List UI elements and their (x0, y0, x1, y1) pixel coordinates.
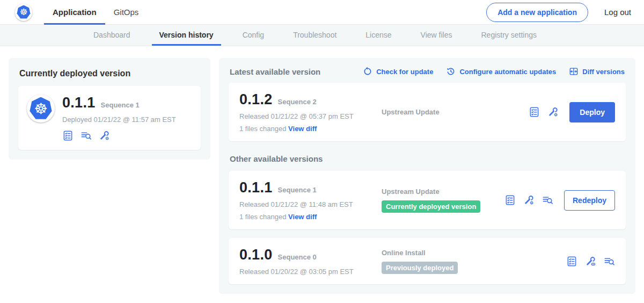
view-diff-link[interactable]: View diff (288, 213, 317, 221)
auto-update-clock-icon (446, 67, 456, 76)
diff-versions-link[interactable]: Diff versions (569, 67, 625, 76)
top-tabs: Application GitOps (44, 0, 147, 25)
release-notes-icon[interactable] (529, 106, 540, 118)
deployed-version-card: ☸ 0.1.1 Sequence 1 Deployed 01/21/22 @ 1… (18, 86, 201, 150)
app-subnav: Dashboard Version history Config Trouble… (0, 25, 644, 46)
view-diff-link[interactable]: View diff (288, 125, 317, 133)
configure-automatic-updates-link[interactable]: Configure automatic updates (446, 67, 556, 76)
currently-deployed-panel: Currently deployed version ☸ 0.1.1 Seque… (9, 58, 210, 160)
version-source-label: Upstream Update (382, 108, 529, 116)
diff-versions-icon (569, 67, 579, 76)
tab-registry-settings[interactable]: Registry settings (473, 25, 544, 46)
previously-deployed-badge: Previously deployed (382, 262, 458, 274)
check-for-update-label: Check for update (376, 68, 433, 76)
released-timestamp: Released 01/21/22 @ 11:48 am EST (239, 200, 376, 208)
preflight-checks-icon[interactable] (604, 256, 615, 267)
deployed-version-number: 0.1.1 (62, 95, 96, 111)
files-changed-label: 1 files changed (239, 125, 286, 133)
files-changed-label: 1 files changed (239, 213, 286, 221)
deploy-button[interactable]: Deploy (569, 102, 615, 122)
sequence-label: Sequence 0 (278, 253, 317, 261)
edit-config-icon[interactable] (547, 106, 559, 118)
tab-application[interactable]: Application (44, 0, 105, 25)
version-card-0-1-2: 0.1.2 Sequence 2 Released 01/21/22 @ 05:… (229, 83, 626, 141)
release-notes-icon[interactable] (62, 130, 74, 141)
deployed-timestamp: Deployed 01/21/22 @ 11:57 am EST (62, 116, 176, 124)
tab-license[interactable]: License (358, 25, 399, 46)
tab-dashboard[interactable]: Dashboard (86, 25, 138, 46)
diff-versions-label: Diff versions (582, 68, 625, 76)
currently-deployed-title: Currently deployed version (19, 69, 201, 78)
preflight-checks-icon[interactable] (80, 130, 92, 141)
latest-available-heading: Latest available version (230, 67, 320, 76)
configure-automatic-updates-label: Configure automatic updates (459, 68, 556, 76)
version-source-label: Online Install (382, 249, 566, 257)
currently-deployed-badge: Currently deployed version (382, 200, 480, 213)
sequence-label: Sequence 2 (278, 98, 317, 106)
version-number: 0.1.0 (239, 247, 273, 263)
view-config-icon[interactable] (585, 256, 596, 267)
redeploy-button[interactable]: Redeploy (564, 190, 615, 211)
edit-config-icon[interactable] (99, 130, 110, 141)
version-card-0-1-0: 0.1.0 Sequence 0 Released 01/20/22 @ 03:… (229, 238, 626, 284)
add-new-application-button[interactable]: Add a new application (486, 3, 588, 22)
preflight-checks-icon[interactable] (542, 194, 553, 206)
main-content: Currently deployed version ☸ 0.1.1 Seque… (0, 46, 644, 303)
kubernetes-helm-icon: ☸ (30, 97, 53, 120)
tab-gitops[interactable]: GitOps (105, 0, 148, 25)
released-timestamp: Released 01/21/22 @ 05:37 pm EST (239, 112, 376, 120)
release-notes-icon[interactable] (566, 256, 577, 267)
top-navbar: ☸ Application GitOps Add a new applicati… (0, 0, 644, 25)
check-for-update-link[interactable]: Check for update (363, 67, 433, 76)
edit-config-icon[interactable] (523, 194, 535, 206)
tab-version-history[interactable]: Version history (152, 25, 221, 46)
kubernetes-logo: ☸ (15, 4, 32, 21)
deployed-sequence-label: Sequence 1 (101, 101, 140, 109)
release-notes-icon[interactable] (504, 194, 516, 206)
tab-troubleshoot[interactable]: Troubleshoot (286, 25, 344, 46)
sequence-label: Sequence 1 (278, 186, 317, 194)
tab-view-files[interactable]: View files (413, 25, 460, 46)
version-source-label: Upstream Update (382, 187, 504, 196)
refresh-icon (363, 67, 372, 76)
logout-button[interactable]: Log out (604, 8, 631, 17)
tab-config[interactable]: Config (235, 25, 272, 46)
version-number: 0.1.2 (239, 91, 273, 108)
version-card-0-1-1: 0.1.1 Sequence 1 Released 01/21/22 @ 11:… (229, 171, 626, 229)
other-available-heading: Other available versions (230, 154, 625, 163)
released-timestamp: Released 01/20/22 @ 03:05 pm EST (239, 268, 376, 276)
version-number: 0.1.1 (239, 179, 273, 196)
app-logo: ☸ (27, 95, 55, 122)
kubernetes-helm-icon: ☸ (17, 5, 31, 19)
version-history-panel: Latest available version Check for updat… (219, 58, 635, 294)
